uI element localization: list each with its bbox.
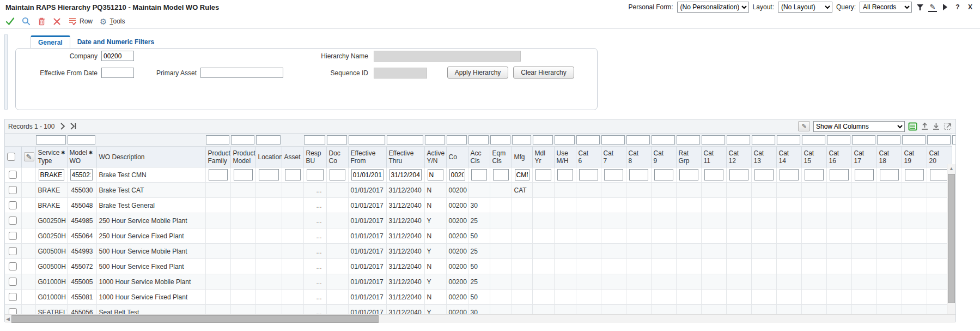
primary-asset-field[interactable] — [200, 68, 283, 78]
grid-edit-icon[interactable]: ✎ — [24, 152, 34, 161]
customize-grid-icon[interactable]: ✎ — [798, 121, 810, 131]
run-query-icon[interactable] — [941, 3, 949, 11]
company-field[interactable] — [101, 51, 134, 61]
column-header-cat13[interactable]: Cat13 — [751, 147, 776, 167]
qbe-filter-cat15[interactable] — [802, 135, 825, 145]
column-header-product_model[interactable]: ProductModel — [230, 147, 255, 167]
cell-input-cat15[interactable] — [805, 169, 824, 180]
qbe-filter-co[interactable] — [447, 135, 467, 145]
qbe-filter-cat13[interactable] — [752, 135, 775, 145]
show-columns-select[interactable]: Show All Columns — [813, 121, 905, 132]
cell-input-resp_bu[interactable] — [307, 169, 324, 180]
qbe-filter-spacer[interactable] — [952, 135, 955, 145]
column-header-cat8[interactable]: Cat8 — [626, 147, 651, 167]
qbe-filter-cat20[interactable] — [927, 135, 951, 145]
grid-row[interactable]: G01000H4550811000 Hour Service Fixed Pla… — [5, 290, 952, 305]
row-select-checkbox[interactable] — [9, 308, 17, 314]
row-select-checkbox[interactable] — [9, 186, 17, 194]
qbe-filter-effective_from[interactable] — [349, 135, 385, 145]
column-header-service_type[interactable]: Service ✱Type — [35, 147, 67, 167]
cell-input-acc_cls[interactable] — [471, 169, 487, 180]
column-header-cat17[interactable]: Cat17 — [851, 147, 876, 167]
side-panel-handle[interactable] — [4, 34, 8, 110]
qbe-filter-acc_cls[interactable] — [468, 135, 489, 145]
grid-row[interactable]: BRAKE455030Brake Test CAT...01/01/201731… — [5, 183, 952, 198]
cell-input-location[interactable] — [259, 169, 279, 180]
cell-input-active_yn[interactable] — [428, 169, 443, 180]
cell-input-cat13[interactable] — [754, 169, 774, 180]
column-header-co[interactable]: Co — [446, 147, 468, 167]
grid-row[interactable]: G00500H455072500 Hour Service Fixed Plan… — [5, 259, 952, 274]
cell-input-rat_grp[interactable] — [679, 169, 698, 180]
cell-input-cat14[interactable] — [780, 169, 799, 180]
row-select-checkbox[interactable] — [9, 216, 17, 225]
qbe-filter-cat12[interactable] — [727, 135, 750, 145]
column-header-asset[interactable]: Asset — [282, 147, 303, 167]
cell-input-cat9[interactable] — [654, 169, 673, 180]
column-header-cat7[interactable]: Cat7 — [601, 147, 626, 167]
cell-input-service_type[interactable] — [39, 169, 64, 180]
row-select-checkbox[interactable] — [9, 232, 17, 240]
column-header-cat16[interactable]: Cat16 — [826, 147, 851, 167]
column-header-product_family[interactable]: ProductFamily — [205, 147, 230, 167]
import-grid-icon[interactable] — [932, 122, 940, 130]
expand-grid-icon[interactable] — [944, 122, 952, 130]
row-menu[interactable]: Row — [68, 17, 93, 26]
horizontal-scroll-thumb[interactable] — [11, 315, 379, 323]
grid-row[interactable]: G01000H4550051000 Hour Service Mobile Pl… — [5, 274, 952, 290]
column-header-cat19[interactable]: Cat19 — [902, 147, 927, 167]
grid-row[interactable]: G00250H454985250 Hour Service Mobile Pla… — [5, 213, 952, 228]
cancel-button[interactable] — [53, 17, 61, 26]
qbe-filter-product_model[interactable] — [231, 135, 254, 145]
qbe-filter-use_mh[interactable] — [555, 135, 575, 145]
qbe-filter-cat7[interactable] — [601, 135, 625, 145]
column-header-mfg[interactable]: Mfg — [512, 147, 532, 167]
column-header-acc_cls[interactable]: AccCls — [468, 147, 490, 167]
qbe-filter-cat14[interactable] — [777, 135, 800, 145]
cell-input-product_family[interactable] — [209, 169, 228, 180]
cell-input-use_mh[interactable] — [557, 169, 573, 180]
horizontal-scrollbar[interactable]: ◀ — [5, 314, 955, 323]
cell-input-eqm_cls[interactable] — [493, 169, 509, 180]
qbe-filter-cat19[interactable] — [902, 135, 926, 145]
qbe-filter-cat8[interactable] — [626, 135, 650, 145]
column-header-rat_grp[interactable]: RatGrp — [676, 147, 701, 167]
grid-row[interactable]: BRAKE455048Brake Test General...01/01/20… — [5, 198, 952, 213]
qbe-filter-cat9[interactable] — [652, 135, 675, 145]
cell-input-cat7[interactable] — [604, 169, 623, 180]
cell-input-effective_from[interactable] — [351, 169, 384, 180]
cell-input-cat17[interactable] — [855, 169, 874, 180]
cell-input-cat6[interactable] — [579, 169, 598, 180]
qbe-filter-cat6[interactable] — [576, 135, 600, 145]
grid-row[interactable]: G00250H455064250 Hour Service Fixed Plan… — [5, 228, 952, 244]
cell-input-asset[interactable] — [285, 169, 301, 180]
qbe-filter-cat17[interactable] — [852, 135, 875, 145]
export-grid-icon[interactable] — [921, 122, 929, 130]
cell-input-mfg[interactable] — [515, 169, 529, 180]
tab-date-and-numeric-filters[interactable]: Date and Numeric Filters — [70, 35, 161, 48]
row-select-checkbox[interactable] — [9, 278, 17, 286]
ok-button[interactable] — [5, 17, 15, 26]
scroll-up-icon[interactable]: ▲ — [947, 164, 955, 172]
column-header-wo_description[interactable]: WO Description — [96, 147, 205, 167]
cell-input-cat16[interactable] — [830, 169, 849, 180]
qbe-filter-rat_grp[interactable] — [677, 135, 700, 145]
personal-form-select[interactable]: (No Personalization) — [677, 2, 749, 13]
cell-input-product_model[interactable] — [234, 169, 253, 180]
find-button[interactable] — [22, 17, 31, 26]
qbe-filter-doc_co[interactable] — [327, 135, 347, 145]
clear-hierarchy-button[interactable]: Clear Hierarchy — [513, 67, 574, 79]
vertical-scrollbar[interactable]: ▲ — [947, 164, 955, 314]
qbe-filter-effective_thru[interactable] — [387, 135, 423, 145]
cell-input-cat19[interactable] — [905, 169, 924, 180]
qbe-filter-eqm_cls[interactable] — [490, 135, 510, 145]
column-header-effective_thru[interactable]: EffectiveThru — [386, 147, 424, 167]
qbe-filter-product_family[interactable] — [206, 135, 229, 145]
cell-input-co[interactable] — [449, 169, 465, 180]
qbe-filter-cat16[interactable] — [827, 135, 850, 145]
column-header-cat14[interactable]: Cat14 — [776, 147, 801, 167]
cell-input-cat8[interactable] — [629, 169, 648, 180]
qbe-filter-cat11[interactable] — [702, 135, 725, 145]
column-header-eqm_cls[interactable]: EqmCls — [490, 147, 512, 167]
qbe-filter-mdl_yr[interactable] — [533, 135, 553, 145]
